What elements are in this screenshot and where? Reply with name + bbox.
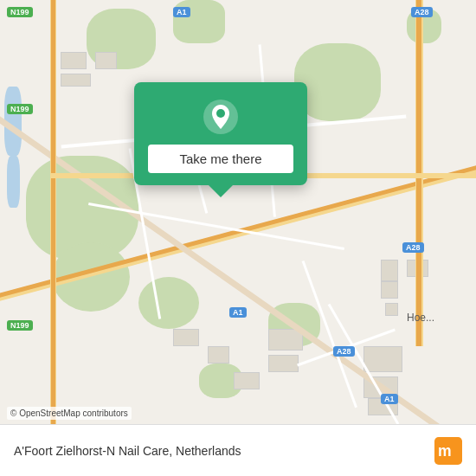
road-label-n199-bot: N199 <box>7 320 33 331</box>
bottom-bar: A'Foort Zielhorst-N Nail Care, Netherlan… <box>0 424 476 476</box>
road-label-a28-mid: A28 <box>402 242 424 253</box>
road-label-n199-mid: N199 <box>7 104 33 114</box>
road-label-a1-mid: A1 <box>229 307 247 318</box>
road-label-a28-top: A28 <box>411 7 433 17</box>
location-pin-icon <box>202 98 240 136</box>
road-label-n199-top: N199 <box>7 7 33 17</box>
location-name-label: A'Foort Zielhorst-N Nail Care, Netherlan… <box>14 444 241 458</box>
take-me-there-button[interactable]: Take me there <box>148 145 293 173</box>
road-label-a1-top: A1 <box>173 7 190 17</box>
city-label-hoevelaken: Hoe... <box>407 312 434 324</box>
road-label-a28-bot: A28 <box>333 346 355 357</box>
road-label-a1-bot: A1 <box>381 394 398 404</box>
map-view: N199 A1 A28 N199 N199 A1 A28 A28 A1 Hoe.… <box>0 0 476 424</box>
location-popup: Take me there <box>134 82 307 185</box>
moovit-logo: m <box>434 437 462 465</box>
map-attribution: © OpenStreetMap contributors <box>7 407 132 420</box>
svg-point-1 <box>216 109 225 118</box>
moovit-logo-icon: m <box>434 437 462 465</box>
svg-text:m: m <box>438 442 452 460</box>
